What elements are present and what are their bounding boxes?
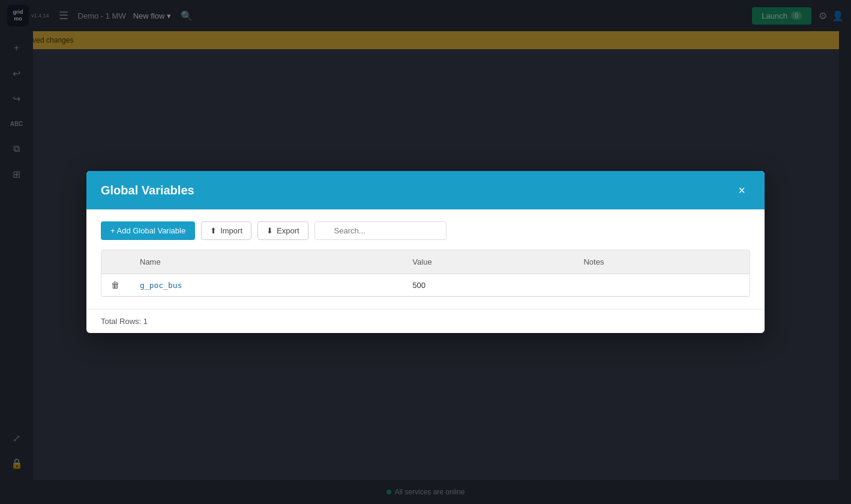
modal-toolbar: + Add Global Variable ⬆ Import ⬇ Export … xyxy=(101,221,750,240)
global-variables-modal: Global Variables × + Add Global Variable… xyxy=(86,171,765,333)
export-icon: ⬇ xyxy=(266,226,273,235)
import-button[interactable]: ⬆ Import xyxy=(201,221,251,240)
modal-close-button[interactable]: × xyxy=(733,182,750,199)
delete-icon[interactable]: 🗑 xyxy=(111,280,119,290)
table-header-row: Name Value Notes xyxy=(101,250,750,274)
col-notes: Notes xyxy=(574,250,750,274)
modal-title: Global Variables xyxy=(101,184,194,197)
notes-cell xyxy=(574,274,750,296)
add-global-variable-button[interactable]: + Add Global Variable xyxy=(101,221,195,240)
variable-name: g_poc_bus xyxy=(140,281,182,290)
modal-body: + Add Global Variable ⬆ Import ⬇ Export … xyxy=(86,209,765,309)
import-label: Import xyxy=(220,226,242,235)
modal-overlay: Global Variables × + Add Global Variable… xyxy=(0,0,851,504)
export-button[interactable]: ⬇ Export xyxy=(257,221,308,240)
name-cell: g_poc_bus xyxy=(130,274,403,296)
modal-header: Global Variables × xyxy=(86,171,765,209)
modal-footer: Total Rows: 1 xyxy=(86,309,765,333)
search-wrapper: 🔍 xyxy=(314,221,447,240)
variables-table-container: Name Value Notes 🗑 g_poc_bus 500 xyxy=(101,250,750,297)
variable-value: 500 xyxy=(412,281,425,290)
total-rows-label: Total Rows: 1 xyxy=(101,317,148,326)
import-icon: ⬆ xyxy=(210,226,217,235)
variables-table: Name Value Notes 🗑 g_poc_bus 500 xyxy=(101,250,750,296)
delete-cell: 🗑 xyxy=(101,274,130,296)
table-row: 🗑 g_poc_bus 500 xyxy=(101,274,750,296)
search-input[interactable] xyxy=(314,221,447,240)
export-label: Export xyxy=(277,226,299,235)
value-cell: 500 xyxy=(403,274,574,296)
col-value: Value xyxy=(403,250,574,274)
col-name: Name xyxy=(130,250,403,274)
col-actions xyxy=(101,250,130,274)
